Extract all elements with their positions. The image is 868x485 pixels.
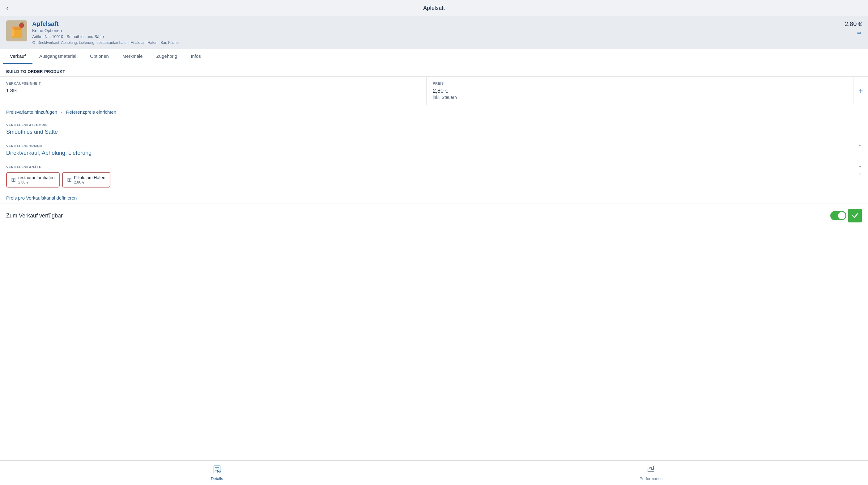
toggle-label: Zum Verkauf verfügbar (6, 213, 63, 219)
verkaufseinheit-value: 1 Stk (6, 88, 420, 93)
preis-value: 2,80 € (433, 88, 847, 94)
product-tags: ⊙ Direktverkauf, Abholung, Lieferung · r… (32, 40, 840, 45)
referenzpreis-link[interactable]: Referenzpreis einrichten (66, 109, 117, 115)
toggle-section: Zum Verkauf verfügbar (0, 203, 868, 227)
verkaufskanaele-section: VERKAUFSKANÄLE ⊞ restaurantamhafen 2,80 … (0, 161, 868, 192)
verkaufseinheit-label: VERKAUFSEINHEIT (6, 82, 420, 85)
product-no-options: Keine Optionen (32, 28, 840, 33)
top-bar: ‹ Apfelsaft (0, 0, 868, 16)
details-icon (213, 464, 221, 475)
preis-cell: PREIS 2,80 € inkl. Steuern (427, 76, 853, 105)
preis-sub: inkl. Steuern (433, 95, 847, 100)
toggle-track[interactable] (830, 211, 846, 220)
toggle-confirm-button[interactable] (848, 209, 862, 222)
verkaufsformen-collapse-button[interactable]: ⌃ (855, 144, 862, 149)
kanale-arrow-up[interactable]: ⌃ (859, 165, 862, 170)
verkaufsformen-section: VERKAUFSFORMEN Direktverkauf, Abholung, … (0, 140, 868, 161)
kanal-icon-0: ⊞ (11, 176, 16, 183)
preis-label: PREIS (433, 82, 847, 85)
bottom-nav-performance-label: Performance (640, 476, 662, 481)
toggle-thumb (838, 212, 845, 219)
tab-verkauf[interactable]: Verkauf (3, 49, 32, 64)
performance-icon (647, 464, 655, 475)
tab-merkmale[interactable]: Merkmale (116, 49, 150, 64)
verkaufsformen-value: Direktverkauf, Abholung, Lieferung (6, 150, 855, 156)
build-to-order-header: BUILD TO ORDER PRODUKT (0, 64, 868, 76)
kanal-card-1[interactable]: ⊞ Filiale am Hafen 2,80 € (62, 172, 111, 188)
tab-bar: Verkauf Ausgangsmaterial Optionen Merkma… (0, 49, 868, 64)
product-thumbnail (6, 21, 27, 41)
kanal-icon-1: ⊞ (67, 176, 72, 183)
product-name: Apfelsaft (32, 21, 840, 28)
product-header: Apfelsaft Keine Optionen Artikel-Nr.: 10… (0, 16, 868, 49)
tab-optionen[interactable]: Optionen (83, 49, 116, 64)
back-button[interactable]: ‹ (6, 5, 8, 11)
verkaufskanaele-label: VERKAUFSKANÄLE (6, 165, 859, 169)
tab-zugehoerig[interactable]: Zugehörig (150, 49, 184, 64)
kanal-price-1: 2,80 € (74, 180, 105, 185)
verkaufskategorie-value: Smoothies und Säfte (6, 129, 862, 135)
toggle-switch (830, 209, 862, 222)
kanale-cards: ⊞ restaurantamhafen 2,80 € ⊞ Filiale am … (6, 172, 859, 188)
verkaufskategorie-section: VERKAUFSKATEGORIE Smoothies und Säfte (0, 119, 868, 140)
kanale-arrow-down[interactable]: ⌄ (859, 171, 862, 176)
verkauf-grid: VERKAUFSEINHEIT 1 Stk PREIS 2,80 € inkl.… (0, 76, 868, 105)
page-title: Apfelsaft (423, 5, 445, 11)
product-header-price: 2,80 € (844, 21, 862, 28)
bottom-nav-performance[interactable]: Performance (434, 461, 868, 485)
svg-point-4 (19, 23, 24, 28)
edit-icon[interactable]: ✏ (857, 30, 862, 37)
preisvariante-link[interactable]: Preisvariante hinzufügen (6, 109, 57, 115)
main-content: BUILD TO ORDER PRODUKT VERKAUFSEINHEIT 1… (0, 64, 868, 485)
add-price-button[interactable]: + (853, 76, 868, 105)
price-links-row: Preisvariante hinzufügen · Referenzpreis… (0, 105, 868, 119)
bottom-nav-details[interactable]: Details (0, 461, 434, 485)
kanal-card-0[interactable]: ⊞ restaurantamhafen 2,80 € (6, 172, 60, 188)
kanal-name-0: restaurantamhafen (18, 175, 55, 180)
product-article: Artikel-Nr.: 10010 · Smoothies und Säfte (32, 34, 840, 39)
product-info: Apfelsaft Keine Optionen Artikel-Nr.: 10… (32, 21, 840, 45)
svg-rect-12 (648, 472, 654, 472)
tab-ausgangsmaterial[interactable]: Ausgangsmaterial (32, 49, 83, 64)
verkaufskategorie-label: VERKAUFSKATEGORIE (6, 123, 862, 127)
svg-rect-3 (12, 27, 13, 36)
verkaufsformen-label: VERKAUFSFORMEN (6, 144, 855, 148)
define-price-link[interactable]: Preis pro Verkaufskanal definieren (0, 192, 868, 203)
verkaufseinheit-cell: VERKAUFSEINHEIT 1 Stk (0, 76, 427, 105)
bottom-nav-details-label: Details (211, 476, 223, 481)
kanal-name-1: Filiale am Hafen (74, 175, 105, 180)
bottom-nav: Details Performance (0, 460, 868, 485)
product-price-area: 2,80 € ✏ (844, 21, 862, 37)
kanal-price-0: 2,80 € (18, 180, 55, 185)
tab-infos[interactable]: Infos (184, 49, 208, 64)
